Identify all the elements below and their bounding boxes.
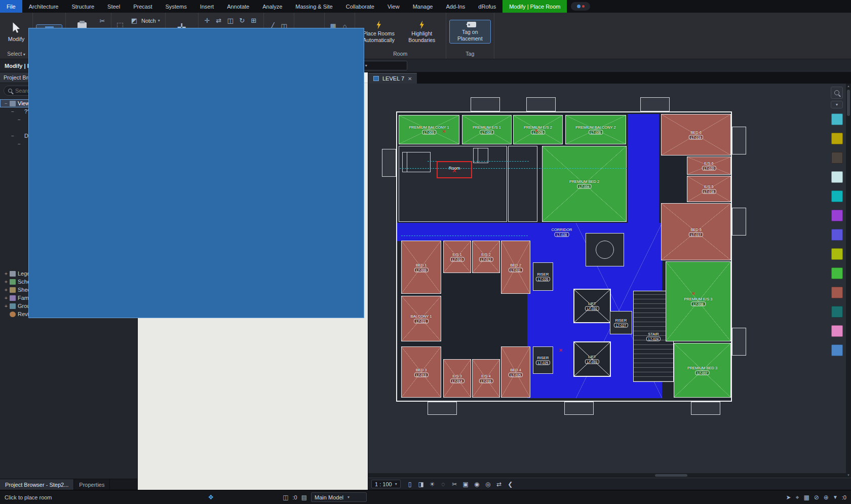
shadows-icon[interactable]: ◨	[416, 479, 427, 489]
tab-project-browser[interactable]: Project Browser - Step2...	[0, 479, 74, 490]
constraints-icon[interactable]: ❮	[505, 479, 516, 489]
ribbon-tab-systems[interactable]: Systems	[159, 0, 193, 13]
worksharing-display-icon[interactable]: ⇄	[494, 479, 505, 489]
temporary-hide-icon[interactable]: ◉	[472, 479, 482, 489]
design-options-icon[interactable]: ◫	[283, 494, 288, 501]
select-pinned-icon[interactable]: ⌖	[796, 494, 799, 501]
ribbon-tab-massing-site[interactable]: Massing & Site	[289, 0, 339, 13]
ribbon-tab-structure[interactable]: Structure	[65, 0, 101, 13]
plan-shape: ✕	[557, 346, 564, 354]
tag-panel-label: Tag	[446, 51, 494, 59]
color-swatch[interactable]	[831, 267, 843, 279]
ribbon-overflow-icon[interactable]	[571, 2, 590, 11]
tag-on-placement-button[interactable]: Tag on Placement	[450, 20, 490, 43]
color-swatch[interactable]	[831, 229, 843, 241]
modify-button[interactable]: Modify	[4, 20, 29, 44]
room-e-s-4: E/S 4L7-016	[472, 359, 500, 398]
scroll-up-icon[interactable]: ▲	[847, 84, 850, 89]
room-premium-e-s-1: PREMIUM E/S 1L7-002	[462, 115, 512, 144]
exterior-tab	[471, 97, 500, 111]
color-swatch[interactable]	[831, 133, 843, 144]
color-swatch[interactable]	[831, 190, 843, 202]
scroll-down-icon[interactable]: ▼	[847, 473, 850, 478]
plan-shape: ✕	[533, 127, 540, 134]
ribbon-tab-modify-place-room[interactable]: Modify | Place Room	[502, 0, 567, 13]
vertical-scrollbar[interactable]: ▲ ▼	[846, 84, 851, 478]
scrollbar-thumb[interactable]	[655, 474, 687, 477]
ribbon-tab-analyze[interactable]: Analyze	[256, 0, 289, 13]
highlight-boundaries-label: Highlight Boundaries	[404, 30, 440, 43]
exterior-tab	[564, 402, 594, 415]
filter-icon[interactable]: ▼	[833, 494, 838, 500]
select-underlay-icon[interactable]: ▦	[803, 494, 809, 501]
select-panel-label[interactable]: Select	[0, 51, 32, 59]
ribbon-tab-insert[interactable]: Insert	[194, 0, 221, 13]
room-room[interactable]: Room✕	[437, 161, 472, 178]
main-model-select[interactable]: Main Model ▾	[311, 492, 367, 502]
room-lift: LIFTL7-022	[573, 289, 611, 323]
zoom-tool-button[interactable]	[831, 87, 843, 99]
select-link-icon[interactable]: ➤	[786, 494, 791, 501]
worksets-icon[interactable]: ▤	[301, 494, 307, 501]
drawing-area[interactable]: PREMIUM BALCONY 1L7-003PREMIUM E/S 1L7-0…	[368, 84, 851, 478]
select-faces-icon[interactable]: ⊘	[814, 494, 819, 501]
ribbon-tab-precast[interactable]: Precast	[127, 0, 159, 13]
close-icon[interactable]: ✕	[408, 76, 412, 82]
visual-style-icon[interactable]: ▯	[405, 479, 415, 489]
color-swatch[interactable]	[831, 325, 843, 337]
steering-wheel-button[interactable]: ▾	[831, 101, 843, 108]
tree-item-floor-plan-level-r2[interactable]: Floor Plan: LEVEL R2	[0, 261, 137, 269]
floor-plan-icon	[373, 76, 379, 81]
crop-region-icon[interactable]: ▣	[460, 479, 471, 489]
plan-shape	[508, 146, 537, 222]
modify-button-label: Modify	[8, 36, 24, 42]
horizontal-scrollbar[interactable]	[368, 473, 846, 478]
notch-button[interactable]: ◩ Notch ▾	[128, 16, 162, 26]
color-swatch[interactable]	[831, 306, 843, 318]
highlight-boundaries-button[interactable]: Highlight Boundaries	[402, 19, 442, 44]
color-swatch[interactable]	[831, 152, 843, 164]
place-rooms-label: Place Rooms Automatically	[361, 30, 397, 43]
room-premium-balcony-2: PREMIUM BALCONY 2L7-006	[565, 115, 626, 144]
color-swatch[interactable]	[831, 287, 843, 298]
room-riser: RISERL7-027	[610, 311, 632, 334]
align-icon[interactable]: ✛	[202, 16, 212, 25]
offset-icon[interactable]: ⇄	[214, 16, 224, 25]
array-icon[interactable]: ⊞	[249, 16, 259, 25]
sun-path-icon[interactable]: ☀	[427, 479, 438, 489]
floor-plan[interactable]: PREMIUM BALCONY 1L7-003PREMIUM E/S 1L7-0…	[396, 111, 732, 402]
plan-shape	[586, 233, 624, 266]
cut-icon[interactable]: ✂	[97, 17, 107, 26]
exterior-tab	[640, 97, 670, 111]
color-swatch[interactable]	[831, 171, 843, 183]
ribbon-tab-collaborate[interactable]: Collaborate	[339, 0, 381, 13]
color-swatch[interactable]	[831, 113, 843, 125]
status-right-icons: ➤⌖▦⊘⊕	[786, 494, 829, 501]
color-swatch[interactable]	[831, 210, 843, 221]
scrollbar-thumb[interactable]	[847, 90, 850, 116]
reveal-hidden-icon[interactable]: ◎	[483, 479, 493, 489]
color-swatch[interactable]	[831, 344, 843, 356]
ribbon-tab-steel[interactable]: Steel	[101, 0, 127, 13]
ribbon-tab-view[interactable]: View	[381, 0, 406, 13]
crop-view-icon[interactable]: ✂	[449, 479, 460, 489]
tab-properties[interactable]: Properties	[74, 479, 110, 490]
tag-on-placement-label: Tag on Placement	[452, 29, 488, 41]
drofus-status-icon[interactable]: ❖	[208, 493, 214, 501]
place-rooms-automatically-button[interactable]: Place Rooms Automatically	[359, 19, 399, 44]
view-tab-level-7[interactable]: LEVEL 7 ✕	[368, 73, 417, 84]
room-premium-balcony-1: PREMIUM BALCONY 1L7-003	[399, 115, 459, 144]
render-icon[interactable]: ◌	[438, 479, 449, 489]
color-swatch[interactable]	[831, 248, 843, 260]
ribbon-tab-architecture[interactable]: Architecture	[22, 0, 65, 13]
scale-select[interactable]: 1 : 100 ▾	[371, 480, 401, 488]
ribbon-tab-drofus[interactable]: dRofus	[472, 0, 502, 13]
drag-on-selection-icon[interactable]: ⊕	[824, 494, 829, 501]
rotate-icon[interactable]: ↻	[237, 16, 247, 25]
chevron-down-icon: ▾	[347, 495, 350, 499]
ribbon-tab-add-ins[interactable]: Add-Ins	[439, 0, 472, 13]
ribbon-tab-file[interactable]: File	[0, 0, 22, 13]
mirror-icon[interactable]: ◫	[225, 16, 236, 25]
ribbon-tab-manage[interactable]: Manage	[406, 0, 440, 13]
ribbon-tab-annotate[interactable]: Annotate	[220, 0, 256, 13]
